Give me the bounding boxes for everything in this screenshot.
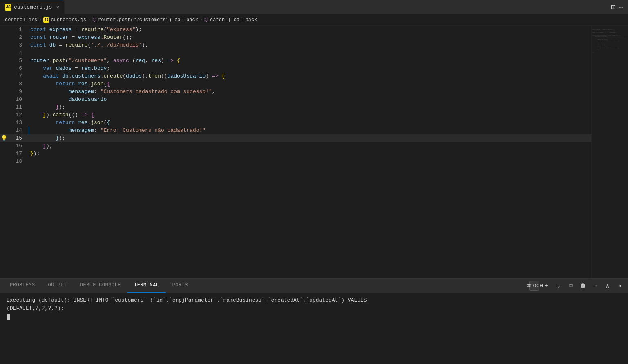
terminal-cursor (7, 314, 10, 320)
line-content: var dados = req.body; (29, 64, 591, 72)
line-gutter (0, 95, 8, 103)
breadcrumb-file[interactable]: customers.js (51, 17, 86, 23)
line-content: mensagem: "Customers cadastrado com suce… (29, 88, 591, 95)
line-number: 3 (8, 41, 29, 49)
tab-ports[interactable]: PORTS (166, 279, 195, 293)
code-line: 12 }).catch(() => { (0, 111, 591, 119)
line-gutter (0, 64, 8, 72)
chevron-up-icon[interactable]: ∧ (603, 281, 612, 291)
line-content: }); (29, 142, 591, 150)
line-gutter (0, 111, 8, 119)
line-gutter (0, 49, 8, 57)
code-line: 2const router = express.Router(); (0, 33, 591, 41)
line-content: }).catch(() => { (29, 111, 591, 119)
breadcrumb-sep2: › (88, 17, 91, 23)
split-editor-icon[interactable]: ⊞ (611, 2, 615, 11)
line-gutter (0, 127, 8, 134)
line-number: 16 (8, 142, 29, 150)
panel-more-icon[interactable]: ⋯ (590, 281, 600, 291)
line-content: }); (29, 134, 591, 142)
tab-output[interactable]: OUTPUT (42, 279, 74, 293)
code-line: 11 }); (0, 103, 591, 111)
breadcrumb: controllers › JS customers.js › ⬡ router… (0, 14, 628, 26)
line-gutter (0, 26, 8, 33)
line-number: 14 (8, 127, 29, 134)
tab-actions: ⊞ ⋯ (611, 2, 628, 11)
more-actions-icon[interactable]: ⋯ (619, 2, 623, 11)
panel-tabs: PROBLEMS OUTPUT DEBUG CONSOLE TERMINAL P… (0, 279, 628, 293)
code-line: 4 (0, 49, 591, 57)
line-content (29, 49, 591, 57)
line-gutter (0, 72, 8, 80)
line-number: 18 (8, 158, 29, 165)
line-gutter (0, 88, 8, 95)
lightbulb-icon[interactable]: 💡 (1, 135, 7, 142)
line-gutter (0, 142, 8, 150)
line-gutter (0, 41, 8, 49)
tab-terminal[interactable]: TERMINAL (127, 279, 166, 293)
line-number: 13 (8, 119, 29, 127)
node-badge: ⊡ node (529, 281, 539, 291)
chevron-down-icon[interactable]: ⌄ (554, 281, 563, 291)
terminal-content[interactable]: Executing (default): INSERT INTO `custom… (0, 293, 628, 364)
code-line: 5router.post("/customers", async (req, r… (0, 57, 591, 64)
terminal-line-1: Executing (default): INSERT INTO `custom… (7, 296, 621, 304)
minimap: const express = require("express"); cons… (591, 26, 628, 278)
breadcrumb-scope1[interactable]: router.post("/customers") callback (98, 17, 198, 23)
code-area[interactable]: 1const express = require("express");2con… (0, 26, 591, 278)
node-label: node (532, 281, 541, 291)
scope1-icon: ⬡ (92, 17, 96, 23)
code-line: 8 return res.json({ (0, 80, 591, 88)
line-content: return res.json({ (29, 80, 591, 88)
breadcrumb-js-icon: JS (43, 17, 49, 23)
kill-terminal-icon[interactable]: 🗑 (578, 281, 588, 291)
code-line: 7 await db.customers.create(dados).then(… (0, 72, 591, 80)
tab-close-button[interactable]: ✕ (56, 4, 59, 10)
tab-filename: customers.js (14, 4, 52, 10)
code-line: 1const express = require("express"); (0, 26, 591, 33)
line-gutter (0, 103, 8, 111)
line-number: 8 (8, 80, 29, 88)
line-content (29, 158, 591, 165)
line-gutter (0, 80, 8, 88)
add-terminal-button[interactable]: + (541, 281, 551, 291)
line-number: 1 (8, 26, 29, 33)
code-line: 6 var dados = req.body; (0, 64, 591, 72)
close-panel-icon[interactable]: ✕ (615, 281, 625, 291)
line-content: }); (29, 103, 591, 111)
minimap-content: const express = require("express"); cons… (592, 26, 628, 56)
line-number: 4 (8, 49, 29, 57)
line-number: 7 (8, 72, 29, 80)
js-icon: JS (5, 4, 11, 11)
tab-problems[interactable]: PROBLEMS (3, 279, 42, 293)
line-number: 9 (8, 88, 29, 95)
code-line: 3const db = require('./‌.‌./db/models'); (0, 41, 591, 49)
line-number: 12 (8, 111, 29, 119)
line-number: 5 (8, 57, 29, 64)
bottom-panel: PROBLEMS OUTPUT DEBUG CONSOLE TERMINAL P… (0, 278, 628, 364)
terminal-cursor-line (7, 313, 621, 321)
line-number: 15 (8, 134, 29, 142)
panel-tab-actions: ⊡ node + ⌄ ⧉ 🗑 ⋯ ∧ ✕ (529, 281, 625, 291)
line-content: return res.json({ (29, 119, 591, 127)
code-line: 💡15 }); (0, 134, 591, 142)
terminal-line-2: (DEFAULT,?,?,?,?); (7, 304, 621, 313)
split-terminal-icon[interactable]: ⧉ (566, 281, 576, 291)
code-line: 16 }); (0, 142, 591, 150)
code-line: 13 return res.json({ (0, 119, 591, 127)
code-line: 18 (0, 158, 591, 165)
line-content: const db = require('./‌.‌./db/models'); (29, 41, 591, 49)
tab-debug-console[interactable]: DEBUG CONSOLE (74, 279, 127, 293)
breadcrumb-sep3: › (200, 17, 203, 23)
line-gutter (0, 150, 8, 158)
breadcrumb-scope2[interactable]: catch() callback (210, 17, 257, 23)
line-number: 17 (8, 150, 29, 158)
line-content: const router = express.Router(); (29, 33, 591, 41)
code-line: 17}); (0, 150, 591, 158)
line-content: }); (29, 150, 591, 158)
line-gutter (0, 119, 8, 127)
line-gutter: 💡 (0, 134, 8, 142)
tab-customers-js[interactable]: JS customers.js ✕ (0, 0, 65, 14)
line-number: 11 (8, 103, 29, 111)
breadcrumb-controllers[interactable]: controllers (5, 17, 37, 23)
